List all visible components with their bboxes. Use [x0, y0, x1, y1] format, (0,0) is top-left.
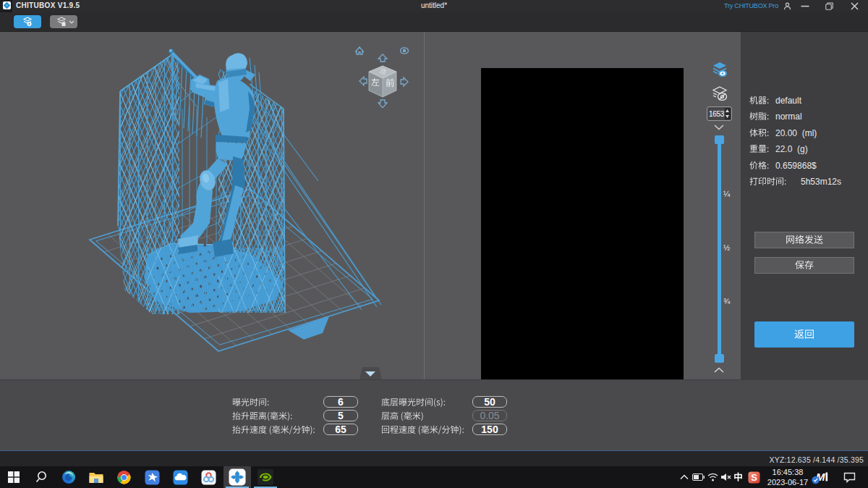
svg-text:S: S	[751, 472, 757, 483]
